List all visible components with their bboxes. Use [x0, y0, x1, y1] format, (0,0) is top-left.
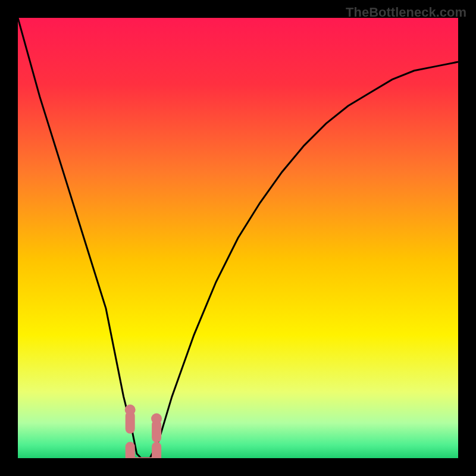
marker-right-cap	[151, 414, 162, 424]
plot-area	[18, 18, 458, 458]
watermark-text: TheBottleneck.com	[346, 5, 466, 20]
chart-svg	[18, 18, 458, 458]
marker-left-cap	[125, 405, 136, 415]
chart-container: TheBottleneck.com	[0, 0, 476, 476]
